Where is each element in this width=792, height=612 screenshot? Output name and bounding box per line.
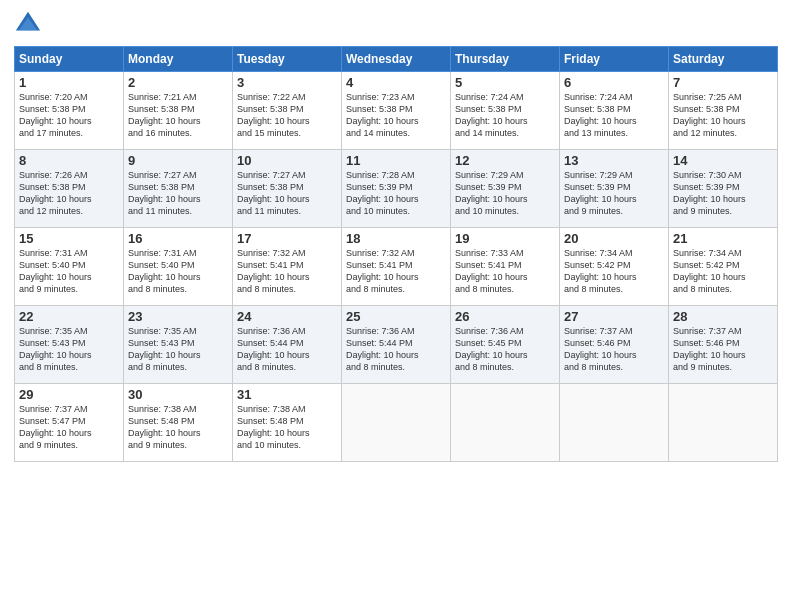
day-number: 29 bbox=[19, 387, 119, 402]
day-info-line: Sunrise: 7:37 AM bbox=[673, 325, 773, 337]
day-info-line: Daylight: 10 hours bbox=[237, 271, 337, 283]
calendar-cell: 26Sunrise: 7:36 AMSunset: 5:45 PMDayligh… bbox=[451, 306, 560, 384]
calendar-cell: 30Sunrise: 7:38 AMSunset: 5:48 PMDayligh… bbox=[124, 384, 233, 462]
day-info: Sunrise: 7:23 AMSunset: 5:38 PMDaylight:… bbox=[346, 91, 446, 140]
day-info: Sunrise: 7:35 AMSunset: 5:43 PMDaylight:… bbox=[19, 325, 119, 374]
day-info-line: and 8 minutes. bbox=[673, 283, 773, 295]
calendar-cell: 21Sunrise: 7:34 AMSunset: 5:42 PMDayligh… bbox=[669, 228, 778, 306]
calendar-week-3: 15Sunrise: 7:31 AMSunset: 5:40 PMDayligh… bbox=[15, 228, 778, 306]
day-info-line: and 8 minutes. bbox=[19, 361, 119, 373]
day-info-line: Daylight: 10 hours bbox=[455, 271, 555, 283]
day-info: Sunrise: 7:27 AMSunset: 5:38 PMDaylight:… bbox=[128, 169, 228, 218]
day-info-line: Daylight: 10 hours bbox=[237, 115, 337, 127]
day-info-line: Sunset: 5:38 PM bbox=[237, 181, 337, 193]
day-info-line: and 10 minutes. bbox=[455, 205, 555, 217]
day-info-line: Daylight: 10 hours bbox=[19, 115, 119, 127]
day-info-line: and 11 minutes. bbox=[128, 205, 228, 217]
day-info-line: Daylight: 10 hours bbox=[19, 349, 119, 361]
day-info-line: Daylight: 10 hours bbox=[128, 193, 228, 205]
day-info: Sunrise: 7:36 AMSunset: 5:45 PMDaylight:… bbox=[455, 325, 555, 374]
day-info-line: Daylight: 10 hours bbox=[673, 271, 773, 283]
header bbox=[14, 10, 778, 38]
calendar-cell bbox=[342, 384, 451, 462]
day-info: Sunrise: 7:36 AMSunset: 5:44 PMDaylight:… bbox=[346, 325, 446, 374]
day-info-line: and 8 minutes. bbox=[128, 283, 228, 295]
day-info-line: Daylight: 10 hours bbox=[128, 115, 228, 127]
day-number: 11 bbox=[346, 153, 446, 168]
day-info: Sunrise: 7:31 AMSunset: 5:40 PMDaylight:… bbox=[19, 247, 119, 296]
calendar-cell: 19Sunrise: 7:33 AMSunset: 5:41 PMDayligh… bbox=[451, 228, 560, 306]
day-info-line: Sunrise: 7:27 AM bbox=[128, 169, 228, 181]
day-info-line: Daylight: 10 hours bbox=[237, 349, 337, 361]
day-number: 12 bbox=[455, 153, 555, 168]
day-number: 15 bbox=[19, 231, 119, 246]
day-info-line: Sunrise: 7:33 AM bbox=[455, 247, 555, 259]
day-info-line: Sunrise: 7:34 AM bbox=[564, 247, 664, 259]
day-info-line: and 8 minutes. bbox=[128, 361, 228, 373]
day-info-line: Daylight: 10 hours bbox=[673, 349, 773, 361]
day-info-line: Daylight: 10 hours bbox=[128, 271, 228, 283]
day-number: 3 bbox=[237, 75, 337, 90]
day-info: Sunrise: 7:33 AMSunset: 5:41 PMDaylight:… bbox=[455, 247, 555, 296]
day-info-line: Sunrise: 7:32 AM bbox=[346, 247, 446, 259]
day-number: 28 bbox=[673, 309, 773, 324]
col-header-sunday: Sunday bbox=[15, 47, 124, 72]
day-info: Sunrise: 7:21 AMSunset: 5:38 PMDaylight:… bbox=[128, 91, 228, 140]
day-info-line: Sunrise: 7:23 AM bbox=[346, 91, 446, 103]
calendar-cell: 13Sunrise: 7:29 AMSunset: 5:39 PMDayligh… bbox=[560, 150, 669, 228]
day-info-line: Sunset: 5:46 PM bbox=[564, 337, 664, 349]
day-info-line: Sunset: 5:39 PM bbox=[346, 181, 446, 193]
col-header-thursday: Thursday bbox=[451, 47, 560, 72]
day-number: 20 bbox=[564, 231, 664, 246]
day-number: 2 bbox=[128, 75, 228, 90]
day-info-line: Daylight: 10 hours bbox=[237, 427, 337, 439]
calendar-cell: 14Sunrise: 7:30 AMSunset: 5:39 PMDayligh… bbox=[669, 150, 778, 228]
day-info-line: and 8 minutes. bbox=[237, 361, 337, 373]
day-info-line: Sunset: 5:41 PM bbox=[455, 259, 555, 271]
calendar-cell: 20Sunrise: 7:34 AMSunset: 5:42 PMDayligh… bbox=[560, 228, 669, 306]
day-number: 21 bbox=[673, 231, 773, 246]
day-info-line: Sunset: 5:38 PM bbox=[19, 181, 119, 193]
day-info: Sunrise: 7:38 AMSunset: 5:48 PMDaylight:… bbox=[128, 403, 228, 452]
day-info-line: Sunrise: 7:30 AM bbox=[673, 169, 773, 181]
day-info-line: and 8 minutes. bbox=[237, 283, 337, 295]
day-number: 22 bbox=[19, 309, 119, 324]
calendar-cell: 6Sunrise: 7:24 AMSunset: 5:38 PMDaylight… bbox=[560, 72, 669, 150]
day-info-line: Daylight: 10 hours bbox=[673, 193, 773, 205]
day-info-line: Sunrise: 7:27 AM bbox=[237, 169, 337, 181]
day-info-line: and 14 minutes. bbox=[346, 127, 446, 139]
calendar-cell: 24Sunrise: 7:36 AMSunset: 5:44 PMDayligh… bbox=[233, 306, 342, 384]
day-info-line: Daylight: 10 hours bbox=[128, 427, 228, 439]
day-info-line: Daylight: 10 hours bbox=[564, 271, 664, 283]
day-info-line: Sunset: 5:41 PM bbox=[346, 259, 446, 271]
day-info-line: Sunset: 5:41 PM bbox=[237, 259, 337, 271]
day-info: Sunrise: 7:34 AMSunset: 5:42 PMDaylight:… bbox=[564, 247, 664, 296]
day-info-line: Daylight: 10 hours bbox=[346, 193, 446, 205]
day-info-line: Sunset: 5:38 PM bbox=[19, 103, 119, 115]
day-info-line: and 10 minutes. bbox=[237, 439, 337, 451]
day-number: 6 bbox=[564, 75, 664, 90]
day-info: Sunrise: 7:25 AMSunset: 5:38 PMDaylight:… bbox=[673, 91, 773, 140]
day-info-line: Sunset: 5:38 PM bbox=[237, 103, 337, 115]
calendar-cell: 3Sunrise: 7:22 AMSunset: 5:38 PMDaylight… bbox=[233, 72, 342, 150]
day-info-line: and 9 minutes. bbox=[673, 205, 773, 217]
day-info: Sunrise: 7:22 AMSunset: 5:38 PMDaylight:… bbox=[237, 91, 337, 140]
day-info-line: Sunset: 5:47 PM bbox=[19, 415, 119, 427]
day-info-line: Sunset: 5:38 PM bbox=[455, 103, 555, 115]
day-number: 4 bbox=[346, 75, 446, 90]
day-info: Sunrise: 7:36 AMSunset: 5:44 PMDaylight:… bbox=[237, 325, 337, 374]
day-info-line: Daylight: 10 hours bbox=[19, 193, 119, 205]
day-info: Sunrise: 7:24 AMSunset: 5:38 PMDaylight:… bbox=[455, 91, 555, 140]
day-info: Sunrise: 7:31 AMSunset: 5:40 PMDaylight:… bbox=[128, 247, 228, 296]
day-info-line: Sunset: 5:38 PM bbox=[564, 103, 664, 115]
calendar-cell: 11Sunrise: 7:28 AMSunset: 5:39 PMDayligh… bbox=[342, 150, 451, 228]
calendar-week-1: 1Sunrise: 7:20 AMSunset: 5:38 PMDaylight… bbox=[15, 72, 778, 150]
day-info-line: and 17 minutes. bbox=[19, 127, 119, 139]
day-info-line: Sunset: 5:45 PM bbox=[455, 337, 555, 349]
calendar-cell: 15Sunrise: 7:31 AMSunset: 5:40 PMDayligh… bbox=[15, 228, 124, 306]
day-info-line: Sunset: 5:39 PM bbox=[564, 181, 664, 193]
day-number: 24 bbox=[237, 309, 337, 324]
day-info: Sunrise: 7:20 AMSunset: 5:38 PMDaylight:… bbox=[19, 91, 119, 140]
calendar-cell: 17Sunrise: 7:32 AMSunset: 5:41 PMDayligh… bbox=[233, 228, 342, 306]
day-info: Sunrise: 7:35 AMSunset: 5:43 PMDaylight:… bbox=[128, 325, 228, 374]
